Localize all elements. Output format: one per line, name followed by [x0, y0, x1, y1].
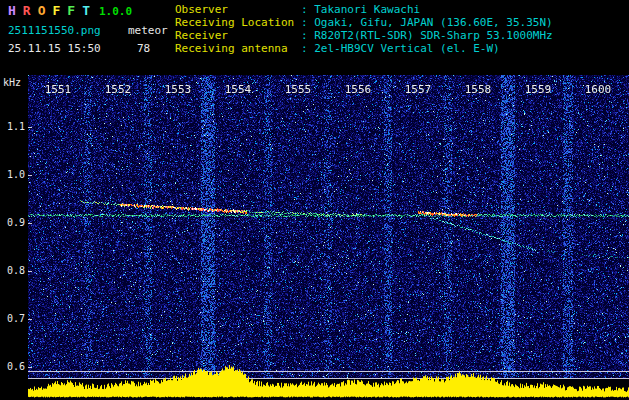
app-title-letter: F [67, 3, 75, 18]
time-tick-label: 1557 [388, 83, 448, 96]
freq-tick-label: 1.0 [0, 169, 25, 180]
freq-tick-label: 0.8 [0, 265, 25, 276]
station-info: Observer: Takanori Kawachi Receiving Loc… [175, 3, 553, 55]
app-version: 1.0.0 [99, 5, 132, 18]
info-row-antenna: Receiving antenna: 2el-HB9CV Vertical (e… [175, 42, 553, 55]
info-label: Receiving Location [175, 16, 301, 29]
info-value: : R820T2(RTL-SDR) SDR-Sharp 53.1000MHz [301, 29, 553, 42]
header: HROFFT1.0.0 2511151550.png meteor 25.11.… [0, 0, 629, 75]
time-axis: 1551 1552 1553 1554 1555 1556 1557 1558 … [28, 83, 629, 96]
freq-axis-unit: kHz [3, 77, 21, 88]
info-label: Observer [175, 3, 301, 16]
info-value: : Takanori Kawachi [301, 3, 420, 16]
spectrogram-canvas [28, 75, 629, 400]
freq-tick-label: 0.6 [0, 361, 25, 372]
time-tick-label: 1553 [148, 83, 208, 96]
info-value: : Ogaki, Gifu, JAPAN (136.60E, 35.35N) [301, 16, 553, 29]
info-label: Receiver [175, 29, 301, 42]
info-value: : 2el-HB9CV Vertical (el. E-W) [301, 42, 500, 55]
app-title-letter: H [8, 3, 16, 18]
app-title-letter: O [38, 3, 46, 18]
info-row-observer: Observer: Takanori Kawachi [175, 3, 553, 16]
output-filename: 2511151550.png [8, 24, 101, 37]
info-label: Receiving antenna [175, 42, 301, 55]
time-tick-label: 1559 [508, 83, 568, 96]
app-title-letter: R [23, 3, 31, 18]
freq-tick-label: 1.1 [0, 121, 25, 132]
time-tick-label: 1558 [448, 83, 508, 96]
time-tick-label: 1551 [28, 83, 88, 96]
mode-label: meteor [128, 24, 168, 37]
echo-count: 78 [137, 42, 150, 55]
time-tick-label: 1552 [88, 83, 148, 96]
hrofft-window: HROFFT1.0.0 2511151550.png meteor 25.11.… [0, 0, 629, 400]
app-title-letter: T [82, 3, 90, 18]
time-tick-label: 1554 [208, 83, 268, 96]
app-title-letter: F [52, 3, 60, 18]
app-title: HROFFT [8, 3, 97, 18]
timestamp: 25.11.15 15:50 [8, 42, 101, 55]
freq-tick-label: 0.7 [0, 313, 25, 324]
time-tick-label: 1556 [328, 83, 388, 96]
time-tick-label: 1555 [268, 83, 328, 96]
freq-tick-label: 0.9 [0, 217, 25, 228]
title-row: HROFFT1.0.0 [8, 3, 132, 18]
time-tick-label: 1600 [568, 83, 628, 96]
spectrogram-panel: kHz 1.1 1.0 0.9 0.8 0.7 0.6 1551 1552 15… [0, 75, 629, 400]
info-row-location: Receiving Location: Ogaki, Gifu, JAPAN (… [175, 16, 553, 29]
info-row-receiver: Receiver: R820T2(RTL-SDR) SDR-Sharp 53.1… [175, 29, 553, 42]
